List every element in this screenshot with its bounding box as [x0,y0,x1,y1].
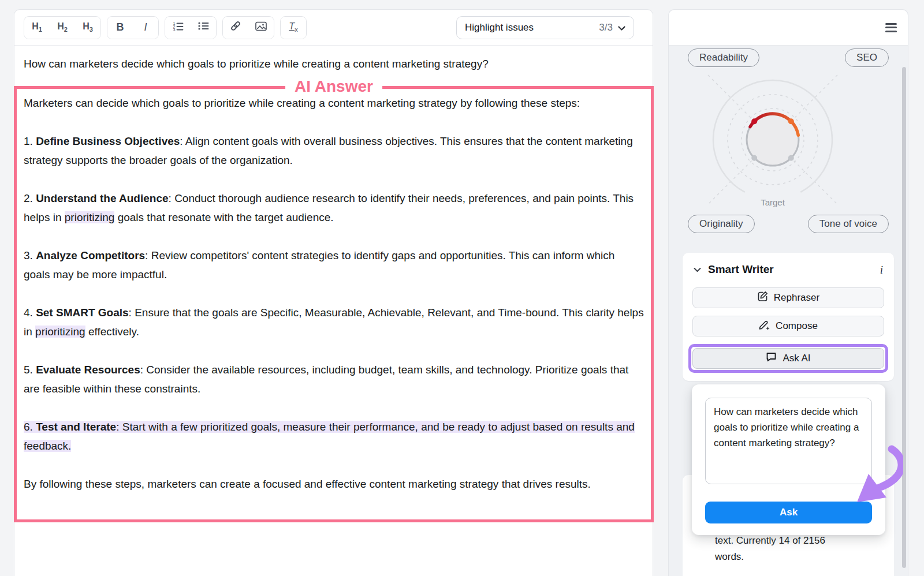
smart-writer-card: Smart Writer i Rephraser Compose Ask AI [683,253,894,381]
word-count-note: text. Currently 14 of 2156 words. [715,533,839,564]
pill-originality[interactable]: Originality [688,215,755,233]
highlight-issues-label: Highlight issues [465,22,534,33]
ordered-list-icon: 123 [172,21,184,34]
ask-ai-button[interactable]: Ask AI [692,348,884,369]
editor-paragraph: 5. Evaluate Resources: Consider the avai… [24,360,644,398]
document-question: How can marketers decide which goals to … [24,54,643,73]
smart-writer-title: Smart Writer [708,263,774,276]
assistant-sidebar: Readability SEO Target Originality Tone … [668,9,908,576]
clear-formatting-button[interactable]: Tx [281,17,306,39]
sidebar-header [669,10,908,46]
rephraser-pen-icon [757,291,768,305]
svg-text:3: 3 [173,28,176,31]
info-icon[interactable]: i [880,264,883,275]
smart-writer-header[interactable]: Smart Writer i [694,263,883,276]
h3-label: H [83,21,90,31]
ai-answer-paragraphs: Marketers can decide which goals to prio… [24,93,644,493]
ai-answer-annotation-box: AI Answer Marketers can decide which goa… [14,86,654,522]
inline-format-group: B I [107,16,159,39]
originality-score-dot [751,155,757,161]
editor-toolbar: H1 H2 H3 B I 123 [14,10,653,46]
compose-button[interactable]: Compose [692,316,884,336]
highlight-issues-dropdown[interactable]: Highlight issues 3/3 [456,16,634,39]
image-button[interactable] [248,17,274,39]
chevron-down-icon [694,264,701,275]
clear-formatting-icon: Tx [289,21,297,33]
issues-count: 3/3 [599,22,613,33]
chevron-down-icon [613,22,625,33]
pill-readability[interactable]: Readability [688,48,759,67]
bullet-list-icon [198,21,209,33]
heading2-button[interactable]: H2 [50,17,75,39]
score-pill-row-bottom: Originality Tone of voice [669,215,908,233]
list-group: 123 [165,16,217,39]
ordered-list-button[interactable]: 123 [165,17,191,39]
insert-group [222,16,274,39]
rephraser-button[interactable]: Rephraser [692,287,884,308]
h1-label: H [32,21,39,31]
readability-score-dot [751,118,757,124]
editor-paragraph: 4. Set SMART Goals: Ensure that the goal… [24,303,644,341]
score-pill-row-top: Readability SEO [669,48,908,67]
editor-paragraph: 2. Understand the Audience: Conduct thor… [24,189,644,227]
ask-ai-popup: How can marketers decide which goals to … [692,384,885,535]
editor-paragraph: 1. Define Business Objectives: Align con… [24,132,644,170]
compose-pen-icon [759,319,770,333]
bold-button[interactable]: B [107,17,133,39]
compose-label: Compose [776,320,818,332]
ask-submit-button[interactable]: Ask [705,502,872,523]
pill-seo[interactable]: SEO [845,48,889,67]
editor-paragraph: 6. Test and Iterate: Start with a few pr… [24,417,644,455]
bullet-list-button[interactable] [191,17,216,39]
image-icon [255,21,267,34]
italic-button[interactable]: I [133,17,158,39]
pill-tone-of-voice[interactable]: Tone of voice [808,215,889,233]
gauge-target-label: Target [761,197,785,207]
editor-content[interactable]: How can marketers decide which goals to … [14,46,653,522]
ask-ai-annotation-border: Ask AI [688,344,888,373]
editor-panel: H1 H2 H3 B I 123 [14,9,653,576]
h2-label: H [57,21,64,31]
editor-paragraph: By following these steps, marketers can … [24,474,644,493]
sidebar-scrollbar[interactable] [902,67,906,568]
seo-score-dot [788,118,794,124]
rephraser-label: Rephraser [774,292,819,304]
link-icon [230,21,241,34]
menu-icon[interactable] [885,21,897,34]
clear-format-group: Tx [280,16,307,39]
ask-ai-label: Ask AI [783,353,810,364]
chat-bubble-icon [766,352,777,365]
heading1-button[interactable]: H1 [24,17,50,39]
heading3-button[interactable]: H3 [75,17,100,39]
ask-question-input[interactable]: How can marketers decide which goals to … [705,398,872,484]
ai-answer-annotation-label: AI Answer [285,77,382,96]
link-button[interactable] [223,17,248,39]
editor-paragraph: 3. Analyze Competitors: Review competito… [24,246,644,284]
heading-button-group: H1 H2 H3 [24,16,101,39]
target-gauge: Target [669,72,877,214]
tone-score-dot [788,155,794,161]
